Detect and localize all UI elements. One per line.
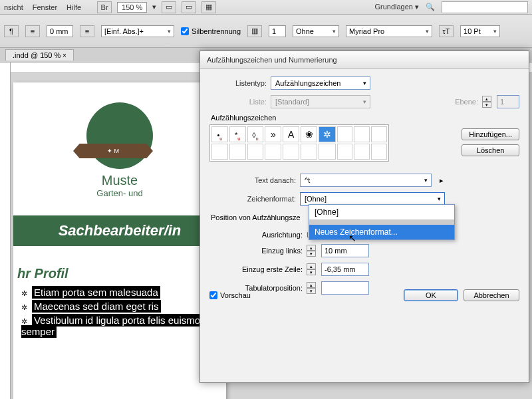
einzug-erste-stepper[interactable]: ▴▾ (307, 263, 316, 275)
logo-ribbon: ✦ M (73, 144, 153, 158)
text-danach-field[interactable]: ^t (300, 174, 432, 187)
bullets-numbering-dialog: Aufzählungszeichen und Nummerierung List… (200, 51, 529, 383)
job-title-bar: Sachbearbeiter/in (13, 215, 226, 246)
einzug-erste-field[interactable] (321, 263, 369, 276)
tagline: Garten- und (13, 188, 226, 198)
bullet-list: ✲Etiam porta sem malesuada ✲Maecenas sed… (13, 287, 226, 337)
zeichenformat-label: Zeichenformat: (209, 195, 296, 203)
vorschau-checkbox[interactable]: Vorschau (209, 291, 251, 299)
arrange-icon[interactable]: ▦ (201, 1, 216, 13)
company-name: Muste (13, 173, 226, 188)
ebene-field (497, 95, 519, 108)
page: ✦ M Muste Garten- und Sachbearbeiter/in … (13, 82, 226, 399)
glyph-cell[interactable]: A (283, 126, 299, 142)
font-size-select[interactable]: 10 Pt (460, 25, 500, 37)
einzug-links-stepper[interactable]: ▴▾ (307, 245, 316, 257)
columns-icon[interactable]: ▥ (247, 25, 262, 37)
text-danach-label: Text danach: (209, 176, 296, 184)
menu-fenster[interactable]: Fenster (33, 3, 57, 11)
einzug-erste-label: Einzug erste Zeile: (209, 265, 303, 273)
logo: ✦ M (80, 102, 160, 169)
bullet-glyph-table[interactable]: •u *u ◊u » A ❀ ✲ (209, 124, 389, 162)
glyph-cell[interactable]: •u (211, 126, 228, 142)
zeichenformat-select[interactable]: [Ohne] (300, 192, 445, 205)
bridge-button[interactable]: Br (97, 1, 112, 13)
glyph-cell[interactable]: ❀ (301, 126, 317, 142)
view-mode-icon[interactable]: ▭ (162, 1, 176, 13)
ebene-stepper: ▴▾ (482, 96, 491, 108)
ausrichtung-label: Ausrichtung: (209, 231, 303, 239)
ok-button[interactable]: OK (404, 289, 458, 301)
font-select[interactable]: Myriad Pro (346, 25, 432, 37)
liste-select: [Standard] (271, 95, 370, 108)
indent2-icon[interactable]: ≡ (80, 25, 94, 37)
zoom-level[interactable]: 150 % (117, 2, 147, 13)
search-input[interactable] (442, 1, 528, 13)
liste-label: Liste: (209, 98, 267, 106)
glyph-cell[interactable]: » (265, 126, 281, 142)
listentyp-select[interactable]: Aufzählungszeichen (271, 76, 370, 90)
document-tab[interactable]: .indd @ 150 % × (5, 49, 74, 61)
dialog-title: Aufzählungszeichen und Nummerierung (200, 51, 529, 68)
indent-field[interactable]: 0 mm (47, 25, 73, 37)
search-icon: 🔍 (426, 3, 435, 11)
einzug-links-label: Einzug links: (209, 247, 303, 255)
zoom-chevron-icon[interactable]: ▾ (152, 3, 156, 11)
section-heading: hr Profil (17, 266, 226, 281)
span-select[interactable]: Ohne (293, 25, 339, 37)
list-item[interactable]: ✲Vestibulum id ligula porta felis euismo… (21, 315, 226, 337)
dropdown-item-new-style[interactable]: Neues Zeichenformat... (309, 225, 454, 239)
glyph-cell[interactable]: ◊u (247, 126, 264, 142)
menu-hilfe[interactable]: Hilfe (66, 3, 81, 11)
glyph-cell-selected[interactable]: ✲ (319, 126, 335, 142)
bullet-glyph-icon: ✲ (21, 289, 32, 298)
list-item[interactable]: ✲Maecenas sed diam eget ris (21, 301, 226, 312)
screen-mode-icon[interactable]: ▭ (182, 1, 196, 13)
para-icon[interactable]: ¶ (4, 25, 19, 37)
bullets-group-label: Aufzählungszeichen (211, 114, 519, 122)
menu-ansicht[interactable]: nsicht (4, 3, 23, 11)
control-panel: ¶ ≡ 0 mm ≡ [Einf. Abs.]+ Silbentrennung … (0, 15, 532, 48)
menu-bar: nsicht Fenster Hilfe Br 150 % ▾ ▭ ▭ ▦ Gr… (0, 0, 532, 15)
dropdown-item-ohne[interactable]: [Ohne] (309, 205, 454, 219)
type-size-icon: τT (439, 25, 454, 37)
align-icon[interactable]: ≡ (25, 25, 40, 37)
ruler-vertical (0, 63, 11, 399)
ebene-label: Ebene: (455, 98, 478, 106)
bullet-glyph-icon: ✲ (21, 303, 32, 312)
list-item[interactable]: ✲Etiam porta sem malesuada (21, 287, 226, 298)
columns-field[interactable]: 1 (269, 25, 286, 37)
flyout-icon[interactable]: ▸ (440, 176, 444, 185)
hyphenation-checkbox[interactable]: Silbentrennung (181, 27, 241, 35)
cancel-button[interactable]: Abbrechen (464, 289, 519, 301)
workspace-selector[interactable]: Grundlagen ▾ (374, 3, 419, 11)
glyph-cell[interactable]: *u (229, 126, 246, 142)
add-button[interactable]: Hinzufügen... (462, 128, 519, 140)
delete-button[interactable]: Löschen (462, 144, 519, 156)
para-style-select[interactable]: [Einf. Abs.]+ (101, 25, 174, 37)
listentyp-label: Listentyp: (209, 79, 267, 87)
einzug-links-field[interactable] (321, 244, 369, 257)
zeichenformat-dropdown: [Ohne] Neues Zeichenformat... (309, 204, 455, 240)
